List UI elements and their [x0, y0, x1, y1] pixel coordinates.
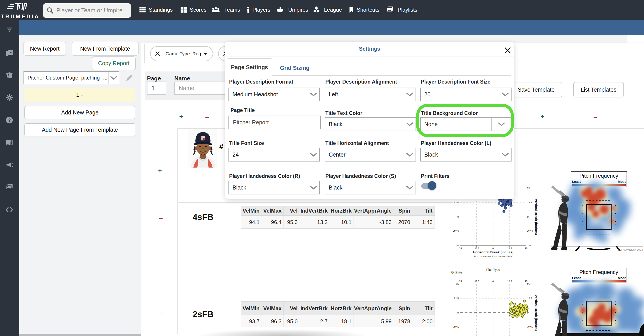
svg-text:0: 0 [492, 247, 494, 250]
svg-text:0: 0 [527, 311, 528, 314]
svg-text:-12.5: -12.5 [527, 326, 533, 328]
svg-text:12.5: 12.5 [527, 297, 532, 300]
svg-text:25: 25 [456, 283, 459, 285]
svg-text:25: 25 [525, 247, 528, 250]
svg-text:PitchType: PitchType [486, 268, 500, 271]
svg-text:12.5: 12.5 [507, 280, 512, 283]
svg-text:-25: -25 [455, 244, 459, 247]
svg-text:?: ? [8, 118, 11, 123]
svg-text:25: 25 [527, 283, 530, 285]
svg-text:Vertical Break (inches): Vertical Break (inches) [534, 199, 538, 235]
svg-text:-12.5: -12.5 [474, 247, 479, 250]
svg-text:25: 25 [527, 187, 530, 189]
svg-text:© TRUMEDIA 2024: © TRUMEDIA 2024 [618, 248, 643, 251]
svg-text:Pitch movement from pitcher's: Pitch movement from pitcher's POV [474, 255, 513, 258]
svg-text:12.5: 12.5 [507, 247, 512, 250]
svg-text:Most: Most [618, 180, 626, 183]
svg-text:Sinker: Sinker [455, 271, 463, 274]
svg-text:Least: Least [572, 276, 581, 280]
svg-text:0: 0 [492, 280, 494, 283]
svg-text:-12.5: -12.5 [474, 280, 479, 283]
svg-text:-25: -25 [527, 244, 531, 247]
svg-text:12.5: 12.5 [527, 201, 532, 204]
svg-text:0: 0 [458, 311, 459, 314]
svg-text:12.5: 12.5 [454, 201, 459, 204]
svg-text:Pitch Frequency: Pitch Frequency [579, 173, 618, 179]
svg-text:25: 25 [525, 280, 528, 283]
svg-text:Vertical Break (inches): Vertical Break (inches) [534, 295, 538, 331]
svg-text:0: 0 [527, 215, 528, 218]
svg-text:-25: -25 [458, 280, 462, 283]
svg-text:Pitch Frequency: Pitch Frequency [579, 269, 618, 275]
svg-text:-25: -25 [458, 247, 462, 250]
svg-text:12.5: 12.5 [454, 297, 459, 300]
svg-text:Least: Least [572, 180, 581, 183]
svg-text:-12.5: -12.5 [527, 230, 533, 232]
svg-text:-12.5: -12.5 [453, 230, 459, 232]
svg-text:Most: Most [618, 276, 626, 280]
svg-text:Horizontal Break (inches): Horizontal Break (inches) [473, 250, 514, 254]
svg-text:-12.5: -12.5 [453, 326, 459, 328]
svg-text:0: 0 [458, 215, 459, 218]
